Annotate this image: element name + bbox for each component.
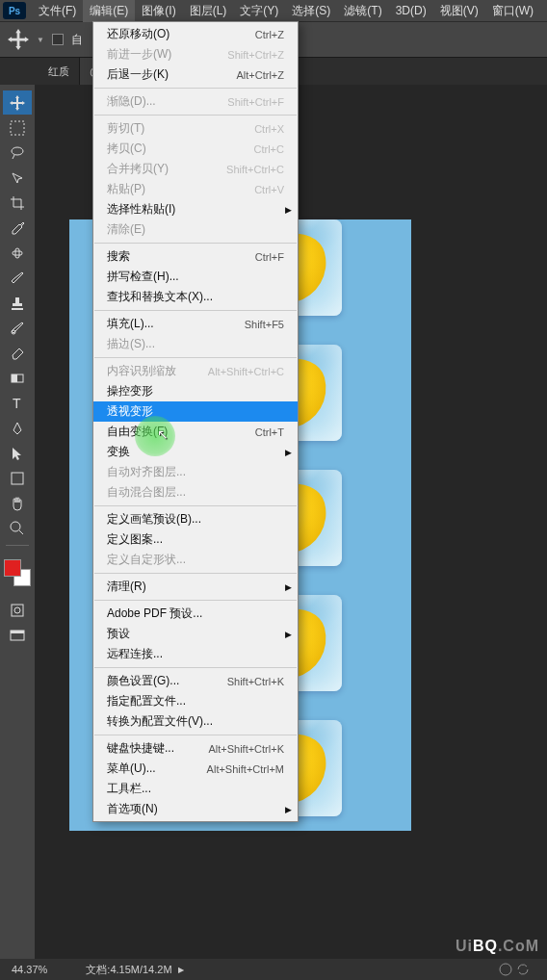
shape-tool[interactable]: [3, 466, 32, 490]
brush-tool[interactable]: [3, 266, 32, 290]
foreground-color-swatch[interactable]: [4, 559, 21, 577]
menu-undo-move[interactable]: 还原移动(O)Ctrl+Z: [93, 24, 298, 44]
ps-logo-icon: Ps: [3, 2, 26, 19]
zoom-level[interactable]: 44.37%: [12, 964, 47, 975]
menu-content-aware-scale[interactable]: 内容识别缩放Alt+Shift+Ctrl+C: [93, 361, 298, 381]
tab-doc-1[interactable]: 红质: [39, 58, 80, 85]
path-select-tool[interactable]: [3, 441, 32, 465]
hand-tool[interactable]: [3, 491, 32, 515]
menu-separator: [94, 357, 297, 358]
menu-separator: [94, 505, 297, 506]
zoom-tool[interactable]: [3, 516, 32, 540]
menu-assign-profile[interactable]: 指定配置文件...: [93, 691, 298, 711]
healing-tool[interactable]: [3, 241, 32, 265]
status-sync2-icon[interactable]: [516, 963, 530, 976]
menu-fade[interactable]: 渐隐(D)...Shift+Ctrl+F: [93, 91, 298, 112]
svg-rect-23: [13, 303, 22, 306]
menu-separator: [94, 115, 297, 116]
menu-perspective-warp[interactable]: 透视变形: [93, 401, 298, 422]
menu-check-spelling[interactable]: 拼写检查(H)...: [93, 267, 298, 287]
svg-rect-22: [15, 297, 19, 303]
menu-define-brush[interactable]: 定义画笔预设(B)...: [93, 509, 298, 529]
cursor-icon: ↖: [157, 426, 169, 442]
watermark: UiBQ.CoM: [456, 938, 539, 955]
menu-paste-special[interactable]: 选择性粘贴(I)▶: [93, 199, 298, 219]
menu-layer[interactable]: 图层(L): [183, 0, 234, 22]
status-bar: 44.37% 文档: 4.15M/14.2M ▶: [0, 959, 547, 980]
toolbar-separator: [6, 545, 29, 546]
menu-fill[interactable]: 填充(L)...Shift+F5: [93, 314, 298, 334]
menu-type[interactable]: 文字(Y): [233, 0, 285, 22]
menu-step-backward[interactable]: 后退一步(K)Alt+Ctrl+Z: [93, 64, 298, 85]
menu-purge[interactable]: 清理(R)▶: [93, 577, 298, 597]
submenu-arrow-icon: ▶: [285, 448, 292, 457]
menu-3d[interactable]: 3D(D): [389, 1, 433, 20]
history-brush-tool[interactable]: [3, 316, 32, 340]
pen-tool[interactable]: [3, 416, 32, 440]
color-swatches[interactable]: [4, 559, 31, 586]
menu-color-settings[interactable]: 颜色设置(G)...Shift+Ctrl+K: [93, 671, 298, 691]
tab-doc-1-label: 红质: [48, 64, 69, 79]
menu-image[interactable]: 图像(I): [135, 0, 182, 22]
quick-select-tool[interactable]: [3, 166, 32, 190]
menu-remote-connections[interactable]: 远程连接...: [93, 644, 298, 664]
screen-mode-tool[interactable]: [3, 623, 32, 647]
menu-window[interactable]: 窗口(W): [485, 0, 540, 22]
menu-auto-align[interactable]: 自动对齐图层...: [93, 462, 298, 482]
menu-separator: [94, 667, 297, 668]
stamp-tool[interactable]: [3, 291, 32, 315]
chevron-right-icon[interactable]: ▶: [178, 966, 184, 974]
marquee-tool[interactable]: [3, 116, 32, 140]
menu-transform[interactable]: 变换▶: [93, 442, 298, 462]
menu-select[interactable]: 选择(S): [285, 0, 337, 22]
chevron-down-icon[interactable]: ▼: [37, 36, 44, 44]
menu-menus[interactable]: 菜单(U)...Alt+Shift+Ctrl+M: [93, 759, 298, 779]
tools-panel: T: [0, 85, 35, 959]
menu-cut[interactable]: 剪切(T)Ctrl+X: [93, 118, 298, 139]
menu-copy[interactable]: 拷贝(C)Ctrl+C: [93, 139, 298, 159]
menu-filter[interactable]: 滤镜(T): [337, 0, 388, 22]
menu-edit[interactable]: 编辑(E): [83, 0, 135, 22]
gradient-tool[interactable]: [3, 366, 32, 390]
menu-define-shape[interactable]: 定义自定形状...: [93, 550, 298, 570]
move-tool[interactable]: [3, 90, 32, 115]
menu-separator: [94, 310, 297, 311]
svg-text:T: T: [13, 396, 21, 411]
crop-tool[interactable]: [3, 191, 32, 215]
svg-rect-21: [15, 248, 19, 258]
menu-presets[interactable]: 预设▶: [93, 624, 298, 644]
menu-preferences[interactable]: 首选项(N)▶: [93, 799, 298, 819]
menu-define-pattern[interactable]: 定义图案...: [93, 529, 298, 550]
svg-point-32: [14, 607, 20, 613]
menu-convert-profile[interactable]: 转换为配置文件(V)...: [93, 711, 298, 732]
doc-info-label: 文档:: [86, 963, 110, 977]
menu-view[interactable]: 视图(V): [433, 0, 485, 22]
menu-toolbar[interactable]: 工具栏...: [93, 779, 298, 799]
quick-mask-tool[interactable]: [3, 598, 32, 622]
menu-free-transform[interactable]: 自由变换(F)Ctrl+T: [93, 422, 298, 442]
menu-clear[interactable]: 清除(E): [93, 219, 298, 240]
menubar: Ps 文件(F) 编辑(E) 图像(I) 图层(L) 文字(Y) 选择(S) 滤…: [0, 0, 547, 21]
menu-file[interactable]: 文件(F): [32, 0, 83, 22]
menu-find-replace[interactable]: 查找和替换文本(X)...: [93, 287, 298, 307]
menu-step-forward[interactable]: 前进一步(W)Shift+Ctrl+Z: [93, 44, 298, 64]
auto-select-label: 自: [71, 32, 83, 48]
status-sync-icon[interactable]: [499, 963, 512, 976]
eraser-tool[interactable]: [3, 341, 32, 365]
menu-paste[interactable]: 粘贴(P)Ctrl+V: [93, 179, 298, 199]
auto-select-checkbox[interactable]: [52, 34, 64, 45]
svg-rect-20: [13, 251, 22, 255]
menu-puppet-warp[interactable]: 操控变形: [93, 381, 298, 401]
move-tool-indicator-icon[interactable]: [8, 29, 29, 50]
menu-search[interactable]: 搜索Ctrl+F: [93, 246, 298, 267]
lasso-tool[interactable]: [3, 141, 32, 165]
menu-stroke[interactable]: 描边(S)...: [93, 334, 298, 354]
menu-adobe-pdf[interactable]: Adobe PDF 预设...: [93, 604, 298, 624]
menu-copy-merged[interactable]: 合并拷贝(Y)Shift+Ctrl+C: [93, 159, 298, 179]
menu-keyboard-shortcuts[interactable]: 键盘快捷键...Alt+Shift+Ctrl+K: [93, 738, 298, 759]
type-tool[interactable]: T: [3, 391, 32, 415]
menu-auto-blend[interactable]: 自动混合图层...: [93, 482, 298, 503]
svg-rect-29: [12, 473, 23, 484]
eyedropper-tool[interactable]: [3, 216, 32, 240]
doc-info-value[interactable]: 4.15M/14.2M: [110, 964, 171, 975]
